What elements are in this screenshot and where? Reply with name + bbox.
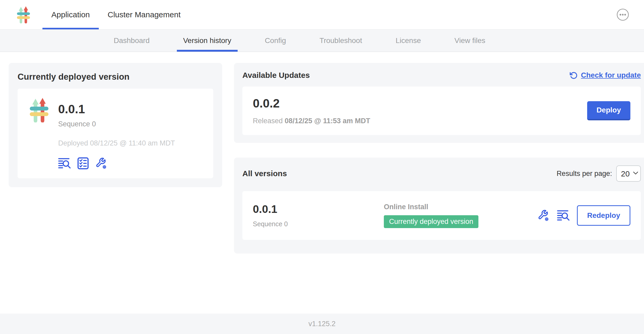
tab-dashboard[interactable]: Dashboard bbox=[107, 30, 156, 52]
check-for-update-link[interactable]: Check for update bbox=[569, 71, 641, 79]
main-content: Currently deployed version 0.0.1 Sequenc… bbox=[0, 52, 644, 314]
preflight-checks-icon[interactable] bbox=[77, 157, 90, 169]
view-logs-icon[interactable] bbox=[557, 209, 570, 222]
current-version-actions bbox=[58, 157, 175, 169]
version-row: 0.0.1 Sequence 0 Online Install Currentl… bbox=[242, 191, 641, 240]
admin-console-page: Application Cluster Management Dashboard… bbox=[0, 0, 644, 334]
tab-troubleshoot[interactable]: Troubleshoot bbox=[313, 30, 368, 52]
update-version-number: 0.0.2 bbox=[253, 96, 370, 110]
results-per-page-select-wrap: 20 bbox=[616, 165, 641, 182]
console-version-label: v1.125.2 bbox=[308, 320, 336, 328]
results-per-page-select[interactable]: 20 bbox=[616, 165, 641, 182]
edit-config-icon[interactable] bbox=[537, 209, 550, 222]
tab-view-files[interactable]: View files bbox=[448, 30, 492, 52]
available-updates-card: Available Updates Check for update 0.0.2… bbox=[234, 63, 644, 143]
currently-deployed-title: Currently deployed version bbox=[18, 72, 213, 82]
tab-cluster-management[interactable]: Cluster Management bbox=[99, 0, 189, 29]
current-version-sequence: Sequence 0 bbox=[58, 120, 175, 128]
redeploy-button[interactable]: Redeploy bbox=[577, 205, 630, 226]
update-row: 0.0.2 Released 08/12/25 @ 11:53 am MDT D… bbox=[242, 87, 641, 135]
app-header: Application Cluster Management bbox=[0, 0, 644, 30]
refresh-icon bbox=[569, 71, 578, 79]
ellipsis-icon bbox=[616, 8, 629, 21]
currently-deployed-badge: Currently deployed version bbox=[384, 215, 478, 228]
app-logo-icon bbox=[26, 98, 51, 122]
page-footer: v1.125.2 bbox=[0, 314, 644, 334]
currently-deployed-version-panel: 0.0.1 Sequence 0 Deployed 08/12/25 @ 11:… bbox=[18, 89, 213, 178]
currently-deployed-card: Currently deployed version 0.0.1 Sequenc… bbox=[9, 63, 222, 187]
overflow-menu-button[interactable] bbox=[616, 8, 629, 21]
row-version-sequence: Sequence 0 bbox=[253, 220, 384, 228]
tab-config[interactable]: Config bbox=[259, 30, 292, 52]
install-type-label: Online Install bbox=[384, 203, 532, 211]
tab-version-history[interactable]: Version history bbox=[177, 30, 238, 52]
primary-nav: Application Cluster Management bbox=[42, 0, 189, 29]
check-for-update-label: Check for update bbox=[581, 71, 641, 79]
current-version-number: 0.0.1 bbox=[58, 102, 175, 116]
update-released-timestamp: Released 08/12/25 @ 11:53 am MDT bbox=[253, 117, 370, 125]
results-per-page-label: Results per page: bbox=[556, 170, 612, 178]
all-versions-card: All versions Results per page: 20 bbox=[234, 158, 644, 254]
app-logo-icon bbox=[15, 6, 32, 23]
deploy-button[interactable]: Deploy bbox=[587, 101, 630, 120]
app-subnav: Dashboard Version history Config Trouble… bbox=[0, 30, 644, 52]
all-versions-title: All versions bbox=[242, 169, 287, 178]
available-updates-title: Available Updates bbox=[242, 71, 310, 80]
current-version-deployed-timestamp: Deployed 08/12/25 @ 11:40 am MDT bbox=[58, 139, 175, 147]
row-version-number: 0.0.1 bbox=[253, 203, 384, 215]
edit-config-icon[interactable] bbox=[95, 157, 108, 169]
version-row-actions: Redeploy bbox=[537, 205, 630, 226]
view-logs-icon[interactable] bbox=[58, 157, 71, 169]
tab-license[interactable]: License bbox=[389, 30, 427, 52]
tab-application[interactable]: Application bbox=[42, 0, 99, 29]
